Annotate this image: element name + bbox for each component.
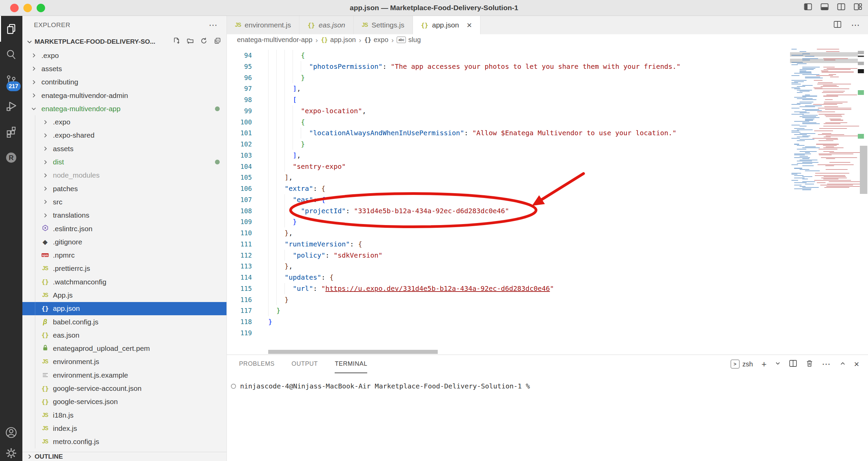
- code-line-100[interactable]: 100{: [227, 117, 868, 128]
- extensions-icon[interactable]: [0, 119, 22, 145]
- code-line-96[interactable]: 96}: [227, 72, 868, 83]
- settings-gear-icon[interactable]: [0, 445, 22, 461]
- breadcrumb-item-slug[interactable]: abcslug: [397, 36, 421, 44]
- tree-item-i18n.js[interactable]: JSi18n.js: [22, 408, 226, 422]
- account-icon[interactable]: [0, 420, 22, 445]
- new-folder-icon[interactable]: [186, 37, 194, 46]
- tree-item-.prettierrc.js[interactable]: JS.prettierrc.js: [22, 262, 226, 275]
- code-line-97[interactable]: 97],: [227, 83, 868, 94]
- code-line-108[interactable]: 108"projectId": "331d4e5b-b12a-434a-92ec…: [227, 205, 868, 217]
- tree-item-enategaprod_upload_cert.pem[interactable]: enategaprod_upload_cert.pem: [22, 342, 226, 355]
- tab-environment.js[interactable]: JSenvironment.js: [227, 16, 299, 34]
- split-terminal-icon[interactable]: [789, 359, 797, 369]
- code-line-113[interactable]: 113},: [227, 261, 868, 272]
- code-line-104[interactable]: 104"sentry-expo": [227, 161, 868, 172]
- tree-item-assets[interactable]: assets: [22, 142, 226, 155]
- tree-item-environment.js[interactable]: JSenvironment.js: [22, 355, 226, 368]
- kill-terminal-icon[interactable]: [806, 359, 813, 369]
- minimap[interactable]: [790, 47, 858, 193]
- editor-more-actions-icon[interactable]: ⋯: [851, 20, 861, 31]
- code-line-99[interactable]: 99"expo-location",: [227, 105, 868, 117]
- close-window-button[interactable]: [10, 4, 19, 12]
- vertical-scrollbar[interactable]: [860, 146, 867, 194]
- tree-item-.expo-shared[interactable]: .expo-shared: [22, 129, 226, 142]
- tree-item-metro.config.js[interactable]: JSmetro.config.js: [22, 435, 226, 448]
- tree-item-google-services.json[interactable]: {}google-services.json: [22, 395, 226, 408]
- code-editor[interactable]: 94{95"photosPermission": "The app access…: [227, 45, 868, 355]
- code-line-105[interactable]: 105],: [227, 172, 868, 183]
- terminal-shell-selector[interactable]: > zsh: [731, 360, 753, 368]
- code-line-111[interactable]: 111"runtimeVersion": {: [227, 239, 868, 250]
- minimize-window-button[interactable]: [23, 4, 32, 12]
- tree-item-enatega-multivendor-app[interactable]: enatega-multivendor-app: [22, 102, 226, 115]
- tree-item-.npmrc[interactable]: npm.npmrc: [22, 248, 226, 262]
- tree-item-src[interactable]: src: [22, 195, 226, 208]
- new-file-icon[interactable]: [173, 37, 180, 46]
- outline-section[interactable]: OUTLINE: [22, 452, 226, 461]
- tree-item-environment.js.example[interactable]: environment.js.example: [22, 368, 226, 382]
- tree-item-google-service-account.json[interactable]: {}google-service-account.json: [22, 382, 226, 395]
- tab-app.json[interactable]: {}app.json×: [413, 16, 480, 34]
- code-line-118[interactable]: 118}: [227, 316, 868, 327]
- tree-item-translations[interactable]: translations: [22, 209, 226, 222]
- tree-item-assets[interactable]: assets: [22, 62, 226, 75]
- zoom-window-button[interactable]: [37, 4, 45, 12]
- customize-layout-icon[interactable]: [854, 3, 862, 11]
- code-line-109[interactable]: 109}: [227, 216, 868, 227]
- tree-item-node_modules[interactable]: node_modules: [22, 169, 226, 182]
- horizontal-scrollbar[interactable]: [268, 350, 438, 354]
- breadcrumb-item-enatega-multivendor-app[interactable]: enatega-multivendor-app: [237, 36, 312, 44]
- code-line-98[interactable]: 98[: [227, 94, 868, 105]
- tree-item-contributing[interactable]: contributing: [22, 76, 226, 89]
- tree-item-.expo[interactable]: .expo: [22, 115, 226, 128]
- code-line-102[interactable]: 102}: [227, 139, 868, 150]
- tree-item-dist[interactable]: dist: [22, 155, 226, 168]
- panel-tab-terminal[interactable]: TERMINAL: [335, 355, 367, 373]
- tree-item-app.json[interactable]: {}app.json: [22, 302, 226, 315]
- extension-r-icon[interactable]: R: [0, 145, 22, 171]
- tab-Settings.js[interactable]: JSSettings.js: [354, 16, 413, 34]
- tree-item-.expo[interactable]: .expo: [22, 49, 226, 62]
- toggle-sidebar-icon[interactable]: [804, 3, 812, 11]
- tree-item-.eslintrc.json[interactable]: .eslintrc.json: [22, 222, 226, 235]
- explorer-icon[interactable]: [0, 16, 22, 42]
- panel-tab-problems[interactable]: PROBLEMS: [239, 355, 275, 373]
- refresh-icon[interactable]: [200, 37, 208, 46]
- close-panel-icon[interactable]: ×: [854, 360, 859, 368]
- maximize-panel-icon[interactable]: [840, 361, 846, 368]
- tree-item-.watchmanconfig[interactable]: {}.watchmanconfig: [22, 275, 226, 288]
- code-line-114[interactable]: 114"updates": {: [227, 272, 868, 283]
- close-tab-icon[interactable]: ×: [467, 21, 472, 29]
- split-editor-icon[interactable]: [833, 20, 842, 30]
- collapse-folders-icon[interactable]: [214, 37, 221, 46]
- code-line-106[interactable]: 106"extra": {: [227, 183, 868, 194]
- tree-item-eas.json[interactable]: {}eas.json: [22, 328, 226, 342]
- code-line-115[interactable]: 115"url": "https://u.expo.dev/331d4e5b-b…: [227, 283, 868, 294]
- project-root-row[interactable]: MARKETPLACE-FOOD-DELIVERY-SO...: [22, 34, 226, 49]
- breadcrumb-item-expo[interactable]: {}expo: [364, 36, 388, 44]
- code-line-116[interactable]: 116}: [227, 294, 868, 305]
- new-terminal-icon[interactable]: +: [762, 360, 767, 368]
- tree-item-App.js[interactable]: JSApp.js: [22, 288, 226, 302]
- tree-item-babel.config.js[interactable]: βbabel.config.js: [22, 315, 226, 328]
- run-debug-icon[interactable]: [0, 93, 22, 119]
- tree-item-patches[interactable]: patches: [22, 182, 226, 195]
- split-editor-icon[interactable]: [837, 3, 845, 11]
- code-line-107[interactable]: 107"eas": {: [227, 194, 868, 205]
- code-line-117[interactable]: 117}: [227, 305, 868, 316]
- tree-item-.gitignore[interactable]: ◆.gitignore: [22, 235, 226, 248]
- code-line-103[interactable]: 103],: [227, 150, 868, 161]
- code-line-94[interactable]: 94{: [227, 50, 868, 61]
- terminal-output[interactable]: ninjascode-4@Ninjass-MacBook-Air Marketp…: [231, 382, 868, 390]
- code-line-119[interactable]: 119: [227, 327, 868, 339]
- panel-tab-output[interactable]: OUTPUT: [292, 355, 318, 373]
- tab-eas.json[interactable]: {}eas.json: [299, 16, 354, 34]
- tree-item-index.js[interactable]: JSindex.js: [22, 422, 226, 435]
- panel-more-actions-icon[interactable]: ⋯: [822, 359, 831, 369]
- code-line-101[interactable]: 101"locationAlwaysAndWhenInUsePermission…: [227, 127, 868, 139]
- code-line-95[interactable]: 95"photosPermission": "The app accesses …: [227, 61, 868, 72]
- code-line-110[interactable]: 110},: [227, 227, 868, 239]
- breadcrumb-item-app.json[interactable]: {}app.json: [321, 36, 356, 44]
- code-line-112[interactable]: 112"policy": "sdkVersion": [227, 250, 868, 261]
- sidebar-more-actions-icon[interactable]: ⋯: [209, 21, 218, 29]
